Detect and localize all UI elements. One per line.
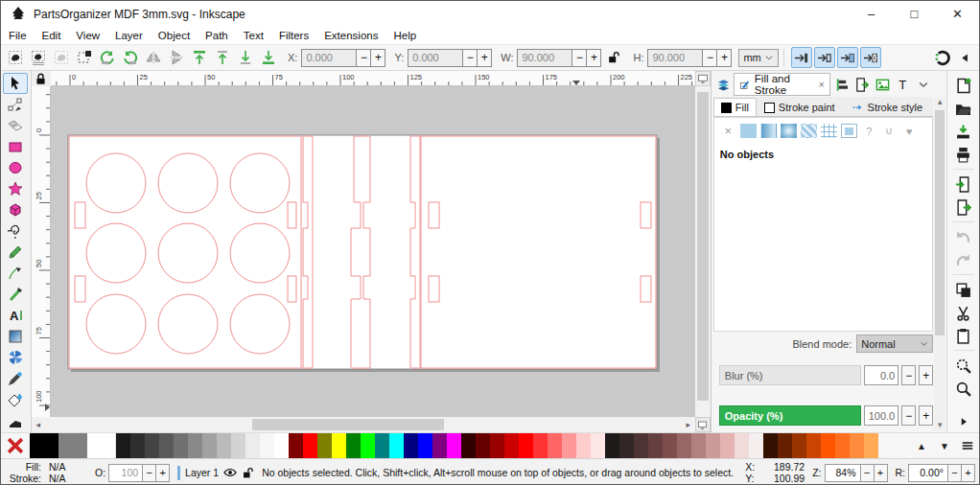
canvas-drawing[interactable]	[51, 86, 695, 417]
menu-help[interactable]: Help	[385, 27, 424, 44]
dialog-scrollbar[interactable]: ▲ ▼	[934, 97, 945, 430]
fill-stroke-indicator[interactable]: Fill:N/A Stroke:N/A	[5, 461, 87, 484]
palette-menu-icon[interactable]	[956, 433, 979, 458]
dialog-close-icon[interactable]: ×	[818, 79, 824, 90]
raise-button[interactable]	[211, 47, 233, 69]
vertical-scrollbar-thumb[interactable]	[697, 92, 709, 401]
palette-swatch[interactable]	[476, 433, 490, 458]
paint-fill-rule-evenodd-button[interactable]: ∪	[881, 124, 898, 138]
paint-no-paint-button[interactable]: ×	[720, 124, 736, 138]
palette-swatch[interactable]	[576, 433, 591, 458]
unit-dropdown[interactable]: mm	[738, 49, 778, 67]
paint-unknown-paint-button[interactable]: ?	[861, 124, 877, 138]
dialog-scroll-up-icon[interactable]: ▲	[934, 98, 945, 106]
tweak-tool[interactable]	[3, 115, 28, 136]
menu-object[interactable]: Object	[151, 27, 198, 44]
o-plus-button[interactable]: +	[155, 465, 169, 481]
print-button[interactable]	[951, 144, 976, 165]
tab-stroke-paint[interactable]: Stroke paint	[757, 98, 843, 116]
calligraphy-tool[interactable]	[3, 284, 28, 305]
menu-file[interactable]: File	[1, 27, 35, 44]
display-mode-button[interactable]	[695, 71, 711, 86]
opacity-status-spinbox[interactable]: 100−+	[108, 464, 170, 482]
palette-swatch[interactable]	[361, 433, 375, 458]
palette-scroll-down-icon[interactable]: ▼	[933, 433, 956, 458]
palette-swatch[interactable]	[217, 433, 231, 458]
undo-button[interactable]	[951, 226, 976, 247]
vertical-ruler[interactable]: 0255075100	[32, 86, 51, 417]
rotation-plus-button[interactable]: +	[961, 465, 974, 481]
palette-swatch[interactable]	[821, 433, 835, 458]
w-minus-button[interactable]: −	[572, 50, 586, 66]
palette-swatch[interactable]	[634, 433, 648, 458]
h-spinbox[interactable]: 90.000−+	[647, 49, 732, 67]
palette-swatch[interactable]	[648, 433, 663, 458]
collapse-toolbar-button[interactable]	[954, 47, 976, 69]
palette-swatch[interactable]	[706, 433, 720, 458]
palette-swatch[interactable]	[562, 433, 576, 458]
transform-stroke-toggle[interactable]	[791, 47, 812, 68]
palette-swatch[interactable]	[490, 433, 504, 458]
rotate-90-ccw-button[interactable]	[96, 47, 118, 69]
palette-swatch[interactable]	[404, 433, 418, 458]
cut-button[interactable]	[951, 302, 976, 323]
star-tool[interactable]	[3, 178, 28, 199]
new-document-button[interactable]	[951, 75, 976, 96]
pen-tool[interactable]	[3, 263, 28, 284]
flip-vertical-button[interactable]	[165, 47, 187, 69]
x-spinbox[interactable]: 0.000−+	[301, 49, 385, 67]
w-spinbox[interactable]: 90.000−+	[517, 49, 601, 67]
menu-path[interactable]: Path	[198, 27, 236, 44]
transform-pattern-toggle[interactable]	[860, 47, 881, 68]
paint-pattern-button[interactable]	[801, 124, 817, 138]
close-button[interactable]: ✕	[936, 1, 979, 27]
dialog-menu-chevron-icon[interactable]	[914, 74, 933, 95]
rotate-90-cw-button[interactable]	[119, 47, 141, 69]
opacity-value[interactable]: 100.0	[864, 405, 898, 426]
export-button[interactable]	[951, 196, 976, 218]
eraser-tool[interactable]	[3, 410, 28, 431]
palette-swatch[interactable]	[763, 433, 778, 458]
palette-swatch[interactable]	[605, 433, 619, 458]
paint-bucket-tool[interactable]	[3, 389, 28, 410]
palette-swatch[interactable]	[619, 433, 634, 458]
spiral-tool[interactable]	[3, 220, 28, 242]
gradient-tool[interactable]	[3, 326, 28, 347]
rotation-spinbox[interactable]: 0.00°−+	[908, 464, 975, 482]
palette-swatch[interactable]	[850, 433, 864, 458]
cms-adjust-button[interactable]	[695, 417, 711, 432]
zoom-selection-button[interactable]	[951, 355, 976, 376]
deselect-button[interactable]	[50, 47, 72, 69]
palette-swatch[interactable]	[30, 433, 58, 458]
paint-linear-gradient-button[interactable]	[760, 124, 777, 138]
layers-dialog-tab[interactable]	[713, 74, 733, 95]
rectangle-tool[interactable]	[3, 136, 28, 157]
ellipse-tool[interactable]	[3, 157, 28, 178]
h-plus-button[interactable]: +	[716, 50, 731, 66]
paint-mesh-gradient-button[interactable]	[821, 124, 837, 138]
palette-swatch[interactable]	[260, 433, 274, 458]
blur-slider[interactable]: Blur (%)	[719, 365, 861, 385]
x-plus-button[interactable]: +	[370, 50, 385, 66]
layer-lock-icon[interactable]	[242, 467, 254, 479]
y-minus-button[interactable]: −	[462, 50, 477, 66]
palette-swatch[interactable]	[159, 433, 174, 458]
palette-swatch[interactable]	[864, 433, 878, 458]
snap-controls-icon[interactable]	[931, 47, 953, 69]
pencil-tool[interactable]	[3, 242, 28, 263]
palette-swatch[interactable]	[346, 433, 361, 458]
paint-flat-color-button[interactable]	[740, 124, 757, 138]
palette-swatch[interactable]	[735, 433, 749, 458]
toggle-selection-box-button[interactable]	[73, 47, 95, 69]
palette-none-swatch[interactable]	[1, 433, 30, 458]
duplicate-button[interactable]	[951, 279, 976, 300]
x-minus-button[interactable]: −	[356, 50, 370, 66]
palette-swatch[interactable]	[289, 433, 303, 458]
transform-gradient-toggle[interactable]	[837, 47, 858, 68]
palette-swatch[interactable]	[58, 433, 87, 458]
dialog-scroll-down-icon[interactable]: ▼	[934, 421, 945, 429]
text-dialog-tab[interactable]: T	[893, 74, 912, 95]
redo-button[interactable]	[951, 249, 976, 270]
select-all-layers-button[interactable]	[27, 47, 49, 69]
lower-button[interactable]	[234, 47, 256, 69]
